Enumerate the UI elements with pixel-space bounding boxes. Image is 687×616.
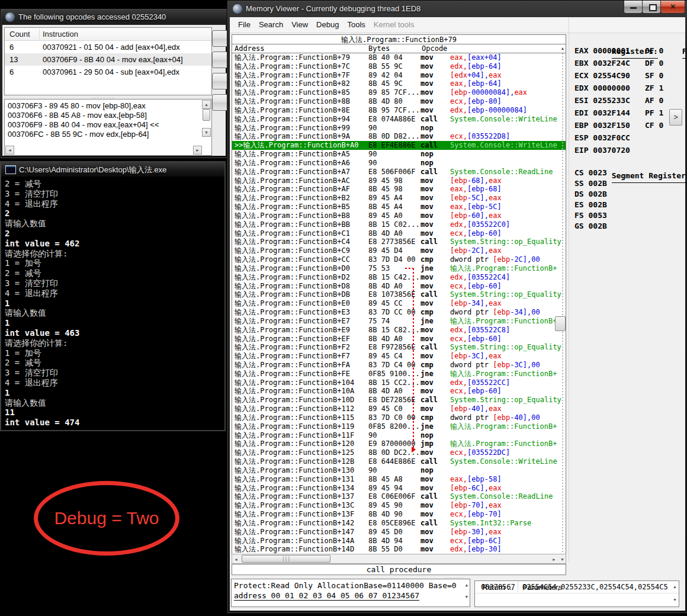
disasm-row[interactable]: 输入法.Program::FunctionB+1190F85 8200...jn… — [232, 422, 566, 431]
segment-fs[interactable]: FS 0053 — [574, 210, 607, 221]
menu-item-file[interactable]: File — [238, 17, 251, 33]
disasm-row[interactable]: 输入法.Program::FunctionB+D88B 4D A0movecx,… — [232, 282, 566, 291]
disasm-row[interactable]: 输入法.Program::FunctionB+828B 45 9Cmoveax,… — [232, 79, 566, 88]
register-ecx[interactable]: ECX 02554C90 — [574, 69, 630, 82]
disasm-row[interactable]: 输入法.Program::FunctionB+11583 7D C0 00cmp… — [232, 413, 566, 422]
disasm-row[interactable]: 输入法.Program::FunctionB+E089 45 CCmov[ebp… — [232, 299, 566, 308]
disasm-row[interactable]: 输入法.Program::FunctionB+DBE8 1073856Ecall… — [232, 290, 566, 299]
scroll-left-button[interactable]: ◄ — [5, 146, 14, 155]
opcode-detail-line[interactable]: 003706F3 - 89 45 80 - mov [ebp-80],eax — [8, 101, 211, 111]
disasm-row[interactable]: 输入法.Program::FunctionB+C989 45 D4mov[ebp… — [232, 246, 566, 255]
flag-zf[interactable]: ZF 1 — [645, 82, 663, 94]
register-esp[interactable]: ESP 0032F0CC — [574, 131, 630, 144]
scroll-down-button[interactable]: ▼ — [466, 595, 468, 600]
disasm-row[interactable]: 输入法.Program::FunctionB+E775 74jne输入法.Pro… — [232, 317, 566, 326]
scroll-up-button[interactable]: ▲ — [673, 584, 677, 589]
disasm-row[interactable]: 输入法.Program::FunctionB+11289 45 C0mov[eb… — [232, 405, 566, 413]
scroll-right-button[interactable]: ► — [193, 146, 202, 155]
column-count[interactable]: Count — [9, 30, 30, 38]
scroll-down-button[interactable]: ▼ — [202, 128, 211, 137]
scroll-up-button[interactable]: ▲ — [202, 100, 211, 109]
opcode-detail-line[interactable]: 003706F9 - 8B 40 04 - mov eax,[eax+04] <… — [8, 120, 211, 130]
menu-item-search[interactable]: Search — [259, 17, 283, 33]
maximize-button[interactable] — [642, 1, 661, 14]
disasm-row[interactable]: 输入法.Program::FunctionB+FA83 7D C4 00cmpd… — [232, 361, 566, 370]
column-address[interactable]: Address — [235, 44, 265, 53]
scroll-down-button[interactable]: ▼ — [560, 557, 564, 562]
scrollbar-track[interactable] — [562, 53, 563, 554]
menu-item-debug[interactable]: Debug — [316, 17, 339, 33]
scroll-left-button[interactable]: ◄ — [234, 557, 238, 562]
column-instruction[interactable]: Instruction — [43, 30, 78, 38]
disasm-row[interactable]: 输入法.Program::FunctionB+13F8B 4D 90movecx… — [232, 510, 566, 519]
disasm-row[interactable]: 输入法.Program::FunctionB+14A8B 4D 94movecx… — [232, 537, 566, 546]
register-eax[interactable]: EAX 00000001 — [574, 44, 630, 57]
column-bytes[interactable]: Bytes — [368, 44, 390, 53]
menu-item-tools[interactable]: Tools — [347, 17, 365, 33]
scroll-up-button[interactable]: ▲ — [466, 583, 468, 588]
scroll-down-button[interactable]: ▼ — [673, 597, 677, 602]
disasm-row[interactable]: 输入法.Program::FunctionB+13090nop — [232, 466, 566, 475]
disassembly-view[interactable]: 输入法.Program::FunctionB+798B 40 04moveax,… — [232, 53, 566, 555]
disasm-row[interactable]: 输入法.Program::FunctionB+FE0F85 9100...jne… — [232, 370, 566, 378]
disasm-row[interactable]: 输入法.Program::FunctionB+F789 45 C4mov[ebp… — [232, 352, 566, 361]
disasm-row[interactable]: 输入法.Program::FunctionB+D28B 15 C42...mov… — [232, 273, 566, 282]
disasm-row[interactable]: 输入法.Program::FunctionB+B889 45 A0mov[ebp… — [232, 211, 566, 220]
disasm-row[interactable]: 输入法.Program::FunctionB+E383 7D CC 00cmpd… — [232, 308, 566, 317]
segment-cs[interactable]: CS 0023 — [574, 168, 607, 178]
register-ebx[interactable]: EBX 0032F24C — [574, 57, 630, 69]
disasm-row[interactable]: 输入法.Program::FunctionB+A7E8 506F006Fcall… — [232, 168, 566, 177]
register-eip[interactable]: EIP 00370720 — [574, 144, 630, 156]
flag-of[interactable]: OF 0 — [645, 44, 663, 57]
disasm-row[interactable]: 输入法.Program::FunctionB+EF8B 4D A0movecx,… — [232, 335, 566, 344]
side-button-4[interactable] — [212, 94, 229, 111]
disasm-row[interactable]: 输入法.Program::FunctionB+8E8B 95 7CF...mov… — [232, 106, 566, 115]
flag-pf[interactable]: PF 1 — [645, 107, 663, 119]
disasm-row[interactable]: 输入法.Program::FunctionB+137E8 C06E006Fcal… — [232, 492, 566, 501]
disasm-row[interactable]: 输入法.Program::FunctionB+A590nop — [232, 150, 566, 159]
segment-ds[interactable]: DS 002B — [574, 189, 607, 200]
disasm-row[interactable]: 输入法.Program::FunctionB+13C89 45 90mov[eb… — [232, 501, 566, 510]
disasm-row[interactable]: 输入法.Program::FunctionB+9A8B 0D D82...mov… — [232, 132, 566, 141]
flag-af[interactable]: AF 0 — [645, 94, 663, 107]
segment-es[interactable]: ES 002B — [574, 200, 607, 210]
register-edi[interactable]: EDI 0032F144 — [574, 107, 630, 119]
console-title-bar[interactable]: C:\Users\Administrator\Desktop\输入法.exe — [1, 162, 224, 177]
callstack-panel[interactable]: Return ... Parameters 0037056702554C54,0… — [474, 580, 679, 607]
disasm-row[interactable]: 输入法.Program::FunctionB+10DE8 DE72856Ecal… — [232, 396, 566, 405]
disasm-row[interactable]: 输入法.Program::FunctionB+F2E8 F972856Ecall… — [232, 343, 566, 352]
flag-sf[interactable]: SF 0 — [645, 69, 663, 82]
disasm-row[interactable]: 输入法.Program::FunctionB+AC89 45 98mov[ebp… — [232, 177, 566, 185]
scrollbar-thumb[interactable] — [203, 109, 210, 121]
console-body[interactable]: 2 = 减号3 = 清空打印4 = 退出程序2请输入数值2int value =… — [2, 178, 223, 429]
disasm-row[interactable]: 输入法.Program::FunctionB+E98B 15 C82...mov… — [232, 326, 566, 335]
register-esi[interactable]: ESI 0255233C — [574, 94, 630, 107]
disasm-row[interactable]: 输入法.Program::FunctionB+1258B 0D DC2...mo… — [232, 448, 566, 457]
side-button-2[interactable] — [212, 52, 229, 68]
disasm-row[interactable]: 输入法.Program::FunctionB+1048B 15 CC2...mo… — [232, 378, 566, 387]
disasm-row[interactable]: 输入法.Program::FunctionB+7F89 42 04mov[edx… — [232, 71, 566, 80]
disasm-row[interactable]: 输入法.Program::FunctionB+12BE8 644E886Ecal… — [232, 457, 566, 466]
disasm-row[interactable]: 输入法.Program::FunctionB+D075 53jne输入法.Pro… — [232, 264, 566, 273]
side-button-3[interactable] — [212, 73, 229, 89]
scrollbar-thumb[interactable] — [555, 316, 566, 331]
disasm-row[interactable]: 输入法.Program::FunctionB+11F90nop — [232, 431, 566, 440]
disasm-row[interactable]: 输入法.Program::FunctionB+C4E8 2773856Ecall… — [232, 238, 566, 246]
memory-info-panel[interactable]: Protect:Read Only AllocationBase=0114000… — [231, 579, 470, 607]
horizontal-scrollbar[interactable]: ◄ ||| ► ▼ — [232, 554, 566, 564]
disasm-row[interactable]: 输入法.Program::FunctionB+142E8 05CE896Ecal… — [232, 519, 566, 528]
register-edx[interactable]: EDX 00000000 — [574, 82, 630, 94]
opcode-row[interactable]: 600370961 - 29 50 04 - sub [eax+04],edx — [5, 66, 211, 78]
scrollbar-thumb[interactable]: ||| — [242, 555, 330, 563]
segment-ss[interactable]: SS 002B — [574, 178, 607, 189]
flag-df[interactable]: DF 0 — [645, 57, 663, 69]
disasm-row[interactable]: 输入法.Program::FunctionB+7C8B 55 9Cmovedx,… — [232, 62, 566, 71]
disasm-row[interactable]: 输入法.Program::FunctionB+120E9 87000000jmp… — [232, 439, 566, 448]
disasm-row[interactable]: 输入法.Program::FunctionB+B58B 45 A4moveax,… — [232, 203, 566, 211]
column-opcode[interactable]: Opcode — [422, 44, 447, 53]
opcode-row[interactable]: 600370921 - 01 50 04 - add [eax+04],edx — [5, 41, 211, 53]
disasm-row[interactable]: 输入法.Program::FunctionB+13489 45 94mov[eb… — [232, 484, 566, 493]
scroll-up-button[interactable]: ▲ — [561, 46, 564, 52]
opcode-detail-line[interactable]: 003706F6 - 8B 45 A8 - mov eax,[ebp-58] — [8, 111, 211, 120]
expand-registers-button[interactable]: > — [669, 109, 682, 126]
